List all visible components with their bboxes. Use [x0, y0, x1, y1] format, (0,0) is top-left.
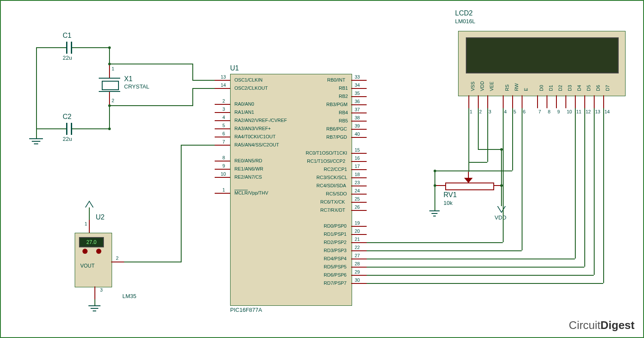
watermark: CircuitDigest — [569, 319, 635, 332]
lcd-pin-label-vee: VEE — [489, 82, 494, 91]
lcd-pin-num: 13 — [595, 109, 600, 114]
pin-label-1: MCLR/Vpp/THV — [234, 190, 268, 195]
mcu-part: PIC16F877A — [230, 307, 262, 313]
lcd-pin-label-d4: D4 — [577, 85, 582, 91]
lcd-pin-num: 12 — [586, 109, 591, 114]
lcd-pin-lead — [537, 95, 538, 108]
lcd-pin-label-vss: VSS — [470, 82, 475, 91]
lcd-pin-label-e: E — [523, 88, 529, 91]
lcd-pin-lead — [584, 95, 585, 108]
pot-wiper-icon — [464, 178, 473, 183]
pin-label-2: RA0/AN0 — [234, 101, 254, 107]
lcd-pin-num: 1 — [470, 109, 472, 114]
lcd-pin-label-rw: RW — [514, 83, 519, 91]
lcd-pin-label-d7: D7 — [605, 85, 610, 91]
lcd-pin-lead — [522, 95, 522, 108]
lm35-display: 27.0 — [79, 237, 104, 247]
lcd-pin-label-d1: D1 — [548, 85, 553, 91]
lcd-pin-label-d6: D6 — [595, 85, 601, 91]
lcd-pin-num: 11 — [576, 109, 581, 114]
lcd-pin-num: 7 — [538, 109, 541, 114]
lcd-pin-num: 3 — [489, 109, 491, 114]
lcd-pin-num: 10 — [567, 109, 572, 114]
vdd-label: VDD — [495, 214, 506, 221]
c2-val: 22u — [63, 136, 72, 142]
c2-ref: C2 — [63, 113, 71, 121]
pin-num-2: 2 — [222, 98, 225, 104]
schematic-canvas: U1 PIC16F877A 13 OSC1/CLKIN 14 OSC2/CLKO… — [0, 0, 644, 338]
lcd-pin-lead — [603, 95, 604, 108]
rv1-ref: RV1 — [444, 191, 457, 199]
crystal-symbol — [102, 81, 119, 90]
pin-lead-2 — [215, 104, 230, 105]
x1-part: CRYSTAL — [124, 83, 149, 90]
lcd-pin-label-rs: RS — [504, 85, 510, 91]
lcd-pin-num: 6 — [523, 109, 526, 114]
lcd-pin-num: 4 — [504, 109, 507, 114]
lcd-pin-lead — [503, 95, 504, 108]
lcd-pin-label-vdd: VDD — [480, 81, 485, 91]
pin-label-14: OSC2/CLKOUT — [234, 85, 268, 91]
lm35-button-down[interactable] — [82, 249, 88, 254]
lcd-pin-lead — [478, 95, 479, 108]
lcd-pin-lead — [565, 95, 566, 108]
lcd-pin-lead — [594, 95, 595, 108]
lm35-button-up[interactable] — [96, 249, 101, 254]
c1-val: 22u — [63, 55, 72, 61]
ground-icon — [29, 138, 43, 139]
lm35-part: LM35 — [122, 293, 137, 299]
lcd-pin-lead — [468, 95, 469, 108]
lcd-pin-num: 5 — [513, 109, 516, 114]
lcd-pin-num: 14 — [605, 109, 610, 114]
lcd-part: LM016L — [455, 18, 475, 24]
pin-label-13: OSC1/CLKIN — [234, 77, 262, 82]
pin-lead-14 — [215, 88, 230, 89]
lcd-pin-lead — [487, 95, 488, 108]
lcd-pin-lead — [556, 95, 557, 108]
lcd-ref: LCD2 — [455, 9, 473, 17]
lcd-pin-num: 9 — [557, 109, 560, 114]
lcd-pin-label-d0: D0 — [539, 85, 544, 91]
lcd-pin-num: 8 — [548, 109, 550, 114]
lcd-pin-lead — [547, 95, 547, 108]
c2-plate1 — [66, 123, 67, 135]
x1-ref: X1 — [124, 75, 133, 83]
lcd-pin-label-d3: D3 — [567, 85, 572, 91]
c1-ref: C1 — [63, 32, 71, 40]
c1-plate1 — [66, 42, 67, 54]
mcu-ref: U1 — [230, 64, 239, 72]
lcd-pin-lead — [575, 95, 576, 108]
lcd-pin-label-d2: D2 — [558, 85, 563, 91]
pin-lead-13 — [215, 80, 230, 81]
lm35-ref: U2 — [96, 213, 104, 221]
lcd-pin-num: 2 — [479, 109, 482, 114]
rv1-val: 10k — [444, 200, 453, 206]
lcd-pin-label-d5: D5 — [586, 85, 591, 91]
lm35-vout-label: VOUT — [80, 263, 94, 269]
lcd-screen — [466, 37, 619, 73]
pot-symbol — [445, 183, 494, 190]
ground-icon-2 — [429, 210, 440, 211]
pin-num-13: 13 — [221, 74, 226, 79]
pin-num-14: 14 — [221, 82, 226, 88]
lcd-pin-lead — [512, 95, 513, 108]
mcu-body — [230, 74, 352, 306]
